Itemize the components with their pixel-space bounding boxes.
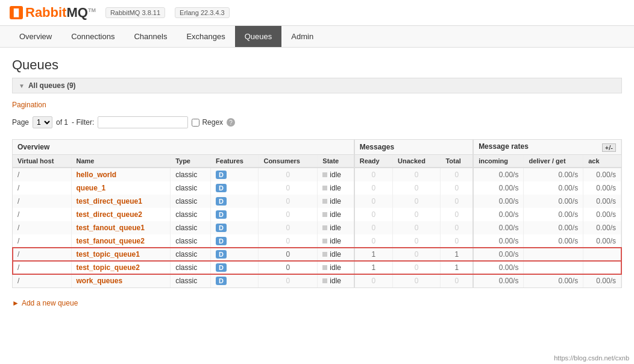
feature-badge[interactable]: D [216,197,227,206]
cell-unacked: 0 [393,234,441,248]
table-row[interactable]: / test_direct_queue1 classic D 0 idle 0 … [13,195,621,208]
cell-state: idle [318,274,354,287]
cell-type: classic [171,248,211,261]
cell-vhost: / [13,261,71,274]
feature-badge[interactable]: D [216,184,227,192]
cell-features: D [211,221,259,234]
state-label: idle [330,171,341,179]
table-row[interactable]: / queue_1 classic D 0 idle 0 0 0 0.00/s … [13,181,621,195]
cell-type: classic [171,261,211,274]
cell-ready: 0 [354,221,393,234]
page-title: Queues [12,57,622,73]
queue-name-link[interactable]: queue_1 [77,184,106,192]
group-header-rates: Message rates +/- [473,140,621,155]
cell-deliver-get: 0.00/s [524,181,583,195]
cell-consumers: 0 [259,261,318,274]
cell-ack: 0.00/s [583,274,621,287]
state-dot [322,225,327,230]
col-state: State [318,155,354,168]
cell-features: D [211,181,259,195]
cell-consumers: 0 [259,234,318,248]
col-name: Name [71,155,171,168]
table-row[interactable]: / work_queues classic D 0 idle 0 0 0 0.0… [13,274,621,287]
table-row[interactable]: / test_topic_queue2 classic D 0 idle 1 0… [13,261,621,274]
cell-unacked: 0 [393,248,441,261]
filter-input[interactable] [98,116,188,128]
help-icon[interactable]: ? [227,118,235,127]
nav-channels[interactable]: Channels [124,26,177,47]
cell-ack: 0.00/s [583,208,621,221]
state-label: idle [330,224,341,232]
feature-badge[interactable]: D [216,171,227,179]
cell-ready: 0 [354,168,393,181]
cell-type: classic [171,181,211,195]
cell-unacked: 0 [393,195,441,208]
pagination-label[interactable]: Pagination [12,101,622,109]
table-row[interactable]: / test_direct_queue2 classic D 0 idle 0 … [13,208,621,221]
feature-badge[interactable]: D [216,210,227,219]
queue-name-link[interactable]: test_direct_queue2 [77,210,142,219]
queue-name-link[interactable]: test_fanout_queue1 [77,224,145,232]
cell-name: test_fanout_queue2 [71,234,171,248]
cell-ack [583,261,621,274]
cell-deliver-get: 0.00/s [524,208,583,221]
table-row[interactable]: / hello_world classic D 0 idle 0 0 0 0.0… [13,168,621,181]
feature-badge[interactable]: D [216,263,227,272]
logo-letter: █ [14,8,19,17]
cell-deliver-get [524,248,583,261]
queue-name-link[interactable]: test_topic_queue1 [77,250,140,259]
cell-consumers: 0 [259,195,318,208]
cell-ack [583,248,621,261]
cell-vhost: / [13,234,71,248]
cell-name: test_direct_queue1 [71,195,171,208]
logo-text: RabbitMQTM [25,5,96,20]
page-select[interactable]: 1 [33,116,52,128]
table-row[interactable]: / test_topic_queue1 classic D 0 idle 1 0… [13,248,621,261]
feature-badge[interactable]: D [216,237,227,245]
add-queue-toggle[interactable]: ► Add a new queue [12,299,622,307]
cell-incoming: 0.00/s [473,261,524,274]
cell-type: classic [171,221,211,234]
cell-state: idle [318,168,354,181]
erlang-version-badge: Erlang 22.3.4.3 [175,7,230,18]
nav-exchanges[interactable]: Exchanges [177,26,234,47]
regex-checkbox[interactable] [192,119,199,127]
cell-deliver-get: 0.00/s [524,234,583,248]
plus-minus-button[interactable]: +/- [602,143,616,152]
queue-name-link[interactable]: work_queues [77,277,123,285]
queue-name-link[interactable]: test_fanout_queue2 [77,237,145,245]
state-indicator: idle [322,210,348,219]
table-row[interactable]: / test_fanout_queue2 classic D 0 idle 0 … [13,234,621,248]
state-dot [322,239,327,243]
col-deliver-get: deliver / get [524,155,583,168]
feature-badge[interactable]: D [216,277,227,285]
cell-ready: 1 [354,248,393,261]
group-header-messages: Messages [354,140,473,155]
state-dot [322,252,327,257]
nav-admin[interactable]: Admin [281,26,323,47]
feature-badge[interactable]: D [216,224,227,232]
feature-badge[interactable]: D [216,250,227,259]
cell-ready: 0 [354,195,393,208]
nav-overview[interactable]: Overview [10,26,61,47]
pagination-controls: Page 1 of 1 - Filter: Regex ? [12,113,622,132]
section-header[interactable]: ▼ All queues (9) [12,78,622,93]
nav-queues[interactable]: Queues [235,26,282,47]
queue-name-link[interactable]: hello_world [77,171,117,179]
state-label: idle [330,277,341,285]
page-label: Page [12,118,29,127]
col-features: Features [211,155,259,168]
cell-unacked: 0 [393,261,441,274]
logo-rabbit: Rabbit [25,5,66,20]
cell-total: 0 [441,195,473,208]
table-row[interactable]: / test_fanout_queue1 classic D 0 idle 0 … [13,221,621,234]
cell-features: D [211,208,259,221]
queue-name-link[interactable]: test_direct_queue1 [77,197,142,206]
cell-vhost: / [13,195,71,208]
queue-name-link[interactable]: test_topic_queue2 [77,263,140,272]
cell-features: D [211,261,259,274]
nav-connections[interactable]: Connections [61,26,124,47]
cell-deliver-get [524,261,583,274]
cell-consumers: 0 [259,208,318,221]
state-dot [322,265,327,270]
